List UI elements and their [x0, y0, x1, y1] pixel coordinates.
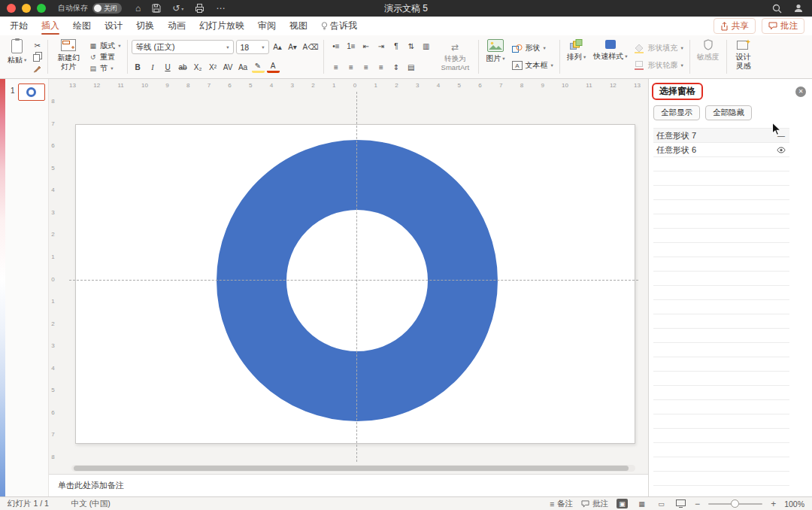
- share-button[interactable]: 共享: [714, 18, 756, 34]
- cut-button[interactable]: ✂: [31, 40, 44, 51]
- undo-button[interactable]: ↺▾: [172, 3, 183, 14]
- zoom-out-button[interactable]: −: [695, 499, 700, 509]
- comments-toggle-button[interactable]: 批注: [581, 499, 608, 509]
- show-all-button[interactable]: 全部显示: [653, 105, 700, 120]
- tab-draw[interactable]: 绘图: [73, 17, 91, 35]
- visibility-eye-icon[interactable]: [775, 147, 787, 153]
- tab-slide-show[interactable]: 幻灯片放映: [199, 17, 244, 35]
- align-left-button[interactable]: ≡: [329, 61, 342, 74]
- reset-button[interactable]: ↺重置: [86, 51, 123, 62]
- italic-button[interactable]: I: [147, 61, 159, 74]
- decrease-indent-button[interactable]: ⇤: [359, 40, 372, 53]
- decrease-font-size-button[interactable]: A▾: [286, 41, 299, 53]
- account-button[interactable]: [794, 4, 803, 13]
- reading-view-button[interactable]: ▭: [656, 499, 667, 508]
- font-name-combo[interactable]: 等线 (正文) ▾: [132, 40, 234, 54]
- highlight-color-button[interactable]: ✎: [252, 62, 265, 73]
- superscript-button[interactable]: X²: [207, 61, 220, 74]
- selection-item-freeform-6[interactable]: 任意形状 6: [653, 143, 789, 157]
- zoom-slider-thumb[interactable]: [731, 499, 739, 508]
- copy-button[interactable]: [31, 51, 44, 62]
- subscript-button[interactable]: X₂: [192, 61, 205, 74]
- vertical-guide[interactable]: [356, 92, 357, 462]
- notes-area[interactable]: 单击此处添加备注: [49, 474, 648, 496]
- more-commands-button[interactable]: ⋯: [216, 3, 225, 14]
- sensitivity-button[interactable]: 敏感度: [694, 37, 723, 77]
- textbox-button[interactable]: A 文本框 ▾: [510, 59, 556, 71]
- justify-button[interactable]: ≡: [374, 61, 387, 74]
- tab-home[interactable]: 开始: [10, 17, 28, 35]
- shapes-button[interactable]: 形状 ▾: [510, 43, 556, 54]
- bold-button[interactable]: B: [132, 61, 144, 74]
- text-direction-button[interactable]: ¶: [389, 40, 402, 53]
- increase-indent-button[interactable]: ⇥: [374, 40, 387, 53]
- clear-formatting-button[interactable]: A⌫: [301, 41, 320, 53]
- print-button[interactable]: [195, 4, 205, 13]
- align-center-button[interactable]: ≡: [344, 61, 357, 74]
- zoom-slider[interactable]: [708, 499, 762, 508]
- columns-button[interactable]: ▥: [420, 40, 432, 53]
- paste-button[interactable]: 粘贴▾: [5, 37, 29, 77]
- notes-toggle-button[interactable]: ≡ 备注: [550, 499, 573, 509]
- design-ideas-button[interactable]: 设计灵感: [731, 37, 756, 77]
- hide-all-button[interactable]: 全部隐藏: [705, 105, 752, 120]
- numbering-button[interactable]: 1≡: [344, 40, 357, 53]
- tab-insert[interactable]: 插入: [41, 17, 59, 35]
- convert-to-smartart-button[interactable]: ⇄ 转换为SmartArt: [435, 37, 474, 77]
- horizontal-scrollbar[interactable]: [71, 465, 635, 472]
- strikethrough-button[interactable]: ab: [177, 61, 189, 74]
- zoom-level[interactable]: 100%: [784, 499, 804, 508]
- tab-transitions[interactable]: 切换: [136, 17, 154, 35]
- layout-button[interactable]: ▦版式▾: [86, 40, 123, 51]
- shape-fill-button[interactable]: 形状填充 ▾: [632, 43, 685, 54]
- home-button[interactable]: ⌂: [135, 3, 141, 14]
- autosave-toggle[interactable]: 关闭: [92, 3, 122, 14]
- tab-view[interactable]: 视图: [289, 17, 308, 35]
- tab-tell-me[interactable]: 告诉我: [321, 17, 357, 35]
- font-size-combo[interactable]: 18 ▾: [236, 40, 269, 54]
- horizontal-guide[interactable]: [69, 280, 638, 281]
- text-box-align-button[interactable]: ▤: [404, 61, 417, 74]
- sensitivity-group: 敏感度: [692, 37, 724, 77]
- picture-button[interactable]: 图片▾: [483, 37, 508, 77]
- bullets-button[interactable]: •≡: [329, 40, 342, 53]
- zoom-in-button[interactable]: +: [771, 499, 776, 509]
- close-selection-pane-button[interactable]: ✕: [795, 87, 806, 97]
- language-indicator[interactable]: 中文 (中国): [71, 499, 111, 509]
- shape-outline-button[interactable]: 形状轮廓 ▾: [632, 59, 685, 71]
- section-button[interactable]: ▤节▾: [86, 62, 123, 74]
- picture-label: 图片: [486, 54, 501, 63]
- align-right-button[interactable]: ≡: [359, 61, 372, 74]
- normal-view-button[interactable]: ▣: [617, 499, 628, 508]
- close-window-button[interactable]: [7, 4, 16, 13]
- character-spacing-button[interactable]: AV: [222, 61, 235, 74]
- format-painter-button[interactable]: [31, 62, 44, 74]
- selection-item-freeform-7[interactable]: 任意形状 7—: [653, 129, 789, 143]
- arrange-button[interactable]: 排列▾: [564, 37, 589, 77]
- quick-styles-button[interactable]: 快速样式▾: [590, 37, 630, 77]
- slide-canvas[interactable]: [75, 124, 635, 444]
- tab-design[interactable]: 设计: [105, 17, 123, 35]
- line-spacing-button[interactable]: ⇅: [404, 40, 417, 53]
- donut-shape[interactable]: [217, 140, 498, 421]
- comments-button[interactable]: 批注: [762, 18, 804, 34]
- underline-button[interactable]: U: [162, 61, 174, 74]
- new-slide-button[interactable]: 新建幻灯片: [52, 37, 85, 77]
- minimize-window-button[interactable]: [22, 4, 31, 13]
- slide-sorter-button[interactable]: ▦: [636, 499, 647, 508]
- zoom-window-button[interactable]: [37, 4, 46, 13]
- visibility-hidden-icon[interactable]: —: [775, 132, 787, 140]
- search-button[interactable]: [772, 4, 782, 14]
- save-button[interactable]: [152, 4, 161, 13]
- change-case-button[interactable]: Aa: [237, 61, 250, 74]
- tab-review[interactable]: 审阅: [258, 17, 276, 35]
- slideshow-button[interactable]: [675, 499, 686, 508]
- ruler-number: 5: [51, 387, 54, 393]
- increase-font-size-button[interactable]: A▴: [271, 41, 284, 53]
- slide-thumbnail-row[interactable]: 1: [5, 79, 48, 101]
- font-color-button[interactable]: A: [267, 62, 280, 73]
- tab-animations[interactable]: 动画: [168, 17, 186, 35]
- vertical-align-button[interactable]: ⇕: [389, 61, 402, 74]
- horizontal-scrollbar-thumb[interactable]: [74, 466, 629, 471]
- slide-thumbnail[interactable]: [18, 83, 45, 101]
